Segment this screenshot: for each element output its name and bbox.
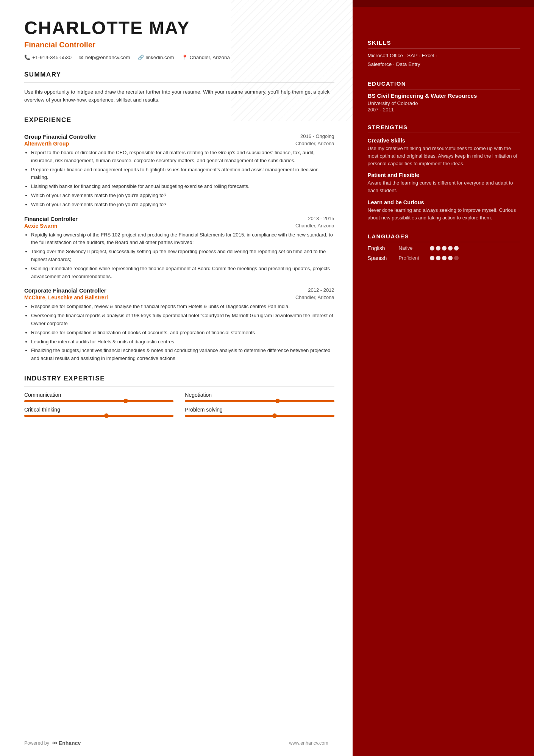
languages-section: LANGUAGES English Native Spanish Profici…: [368, 233, 520, 261]
expertise-section: INDUSTRY EXPERTISE Communication Negotia…: [24, 375, 334, 417]
bullet-item: Report to the board of director and the …: [31, 149, 334, 165]
summary-divider: [24, 82, 334, 83]
expertise-label-0: Communication: [24, 392, 173, 398]
summary-body: Use this opportunity to intrigue and dra…: [24, 88, 334, 104]
contact-row: 📞 +1-914-345-5530 ✉ help@enhancv.com 🔗 l…: [24, 55, 334, 60]
dot: [430, 246, 434, 250]
edu-degree: BS Civil Engineering & Water Resources: [368, 92, 520, 99]
expertise-label-3: Problem solving: [185, 407, 334, 413]
strength-2: Learn and be Curious Never done learning…: [368, 199, 520, 222]
job-3-title: Corporate Financial Controller: [24, 287, 106, 294]
experience-title: EXPERIENCE: [24, 116, 334, 124]
job-2-bullets: Rapidly taking ownership of the FRS 102 …: [24, 231, 334, 281]
job-3-bullets: Responsible for compilation, review & an…: [24, 303, 334, 363]
footer-brand: Powered by ∞ Enhancv: [24, 739, 81, 747]
link-icon: 🔗: [138, 55, 144, 60]
summary-section: SUMMARY Use this opportunity to intrigue…: [24, 71, 334, 104]
job-2-header: Financial Controller 2013 - 2015: [24, 216, 334, 222]
job-1: Group Financial Controller 2016 - Ongoin…: [24, 133, 334, 209]
candidate-title: Financial Controller: [24, 41, 334, 49]
job-3-sub: McClure, Leuschke and Balistreri Chandle…: [24, 294, 334, 301]
dot: [448, 256, 453, 260]
bar-dot-2: [104, 413, 109, 418]
job-1-date: 2016 - Ongoing: [300, 133, 334, 139]
dot: [436, 246, 440, 250]
edu-years: 2007 - 2011: [368, 107, 520, 113]
languages-title: LANGUAGES: [368, 233, 520, 242]
bar-track-2: [24, 415, 173, 417]
lang-row-english: English Native: [368, 245, 520, 251]
bar-track-0: [24, 400, 173, 402]
strength-0: Creative Skills Use my creative thinking…: [368, 138, 520, 167]
dot: [436, 256, 440, 260]
bar-fill-0: [24, 400, 173, 402]
dot: [448, 246, 453, 250]
lang-dots-english: [430, 246, 459, 250]
job-3: Corporate Financial Controller 2012 - 20…: [24, 287, 334, 363]
bar-track-1: [185, 400, 334, 402]
lang-level-english: Native: [399, 245, 425, 251]
experience-divider: [24, 128, 334, 128]
skills-line1: Microsoft Office · SAP · Excel ·: [368, 52, 520, 60]
bullet-item: Liaising with banks for financing and re…: [31, 183, 334, 191]
bullet-item: Gaining immediate recognition while repr…: [31, 265, 334, 281]
bullet-item: Responsible for compilation, review & an…: [31, 303, 334, 311]
strength-2-name: Learn and be Curious: [368, 199, 520, 205]
job-2-company: Aexie Swarm: [24, 223, 57, 229]
logo-icon: ∞: [52, 739, 57, 747]
job-2-date: 2013 - 2015: [308, 216, 334, 221]
strength-1: Patient and Flexible Aware that the lear…: [368, 172, 520, 194]
dot-empty: [454, 256, 459, 260]
location-contact: 📍 Chandler, Arizona: [182, 55, 230, 60]
bullet-item: Finalizing the budgets,incentives,financ…: [31, 347, 334, 363]
linkedin-url: linkedin.com: [146, 55, 174, 60]
experience-section: EXPERIENCE Group Financial Controller 20…: [24, 116, 334, 363]
email-address: help@enhancv.com: [85, 55, 130, 60]
powered-by-text: Powered by: [24, 740, 49, 746]
brand-name: Enhancv: [59, 740, 81, 746]
skills-line2: Salesforce · Data Entry: [368, 60, 520, 69]
bar-fill-1: [185, 400, 334, 402]
edu-school: University of Colorado: [368, 100, 520, 106]
expertise-title: INDUSTRY EXPERTISE: [24, 375, 334, 382]
skills-section: SKILLS Microsoft Office · SAP · Excel · …: [368, 39, 520, 69]
job-1-bullets: Report to the board of director and the …: [24, 149, 334, 209]
bar-dot-1: [275, 399, 280, 403]
job-3-header: Corporate Financial Controller 2012 - 20…: [24, 287, 334, 294]
dot: [454, 246, 459, 250]
email-icon: ✉: [79, 55, 83, 60]
expertise-item-problem-solving: Problem solving: [185, 407, 334, 417]
candidate-name: CHARLOTTE MAY: [24, 18, 334, 38]
footer: Powered by ∞ Enhancv www.enhancv.com: [0, 739, 353, 747]
job-3-date: 2012 - 2012: [308, 287, 334, 293]
dot: [442, 246, 447, 250]
expertise-item-negotiation: Negotiation: [185, 392, 334, 402]
bar-dot-3: [272, 413, 277, 418]
job-2: Financial Controller 2013 - 2015 Aexie S…: [24, 216, 334, 281]
phone-contact: 📞 +1-914-345-5530: [24, 55, 72, 60]
summary-title: SUMMARY: [24, 71, 334, 78]
lang-dots-spanish: [430, 256, 459, 260]
expertise-grid: Communication Negotiation Crit: [24, 392, 334, 417]
lang-name-english: English: [368, 245, 394, 251]
education-title: EDUCATION: [368, 80, 520, 89]
location-icon: 📍: [182, 55, 188, 60]
strength-1-name: Patient and Flexible: [368, 172, 520, 178]
dot: [430, 256, 434, 260]
strength-0-name: Creative Skills: [368, 138, 520, 144]
strengths-title: STRENGTHS: [368, 124, 520, 133]
job-1-company: Altenwerth Group: [24, 141, 69, 147]
lang-level-spanish: Proficient: [399, 255, 425, 261]
expertise-label-1: Negotiation: [185, 392, 334, 398]
phone-icon: 📞: [24, 55, 30, 60]
strength-0-desc: Use my creative thinking and resourceful…: [368, 145, 520, 167]
job-2-sub: Aexie Swarm Chandler, Arizona: [24, 223, 334, 229]
job-1-title: Group Financial Controller: [24, 133, 96, 140]
strength-1-desc: Aware that the learning curve is differe…: [368, 179, 520, 194]
expertise-label-2: Critical thinking: [24, 407, 173, 413]
bullet-item: Leading the internal audits for Hotels &…: [31, 338, 334, 346]
job-3-company: McClure, Leuschke and Balistreri: [24, 294, 108, 301]
expertise-divider: [24, 386, 334, 387]
bullet-item: Which of your achievements match the job…: [31, 201, 334, 209]
bar-fill-2: [24, 415, 173, 417]
